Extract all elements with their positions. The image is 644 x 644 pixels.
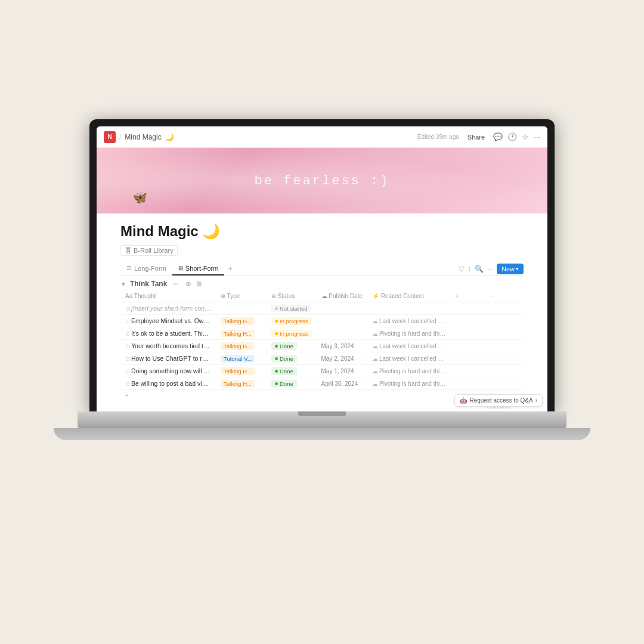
table-row[interactable]: ⊙Employee Mindset vs. Owners MindsetTalk… bbox=[120, 315, 524, 327]
group-header: ▼ Think Tank ··· ⊕ ⊞ bbox=[120, 276, 524, 290]
th-related: ⚡ Related Content bbox=[367, 290, 451, 302]
cell-thought: ⊙How to Use ChatGPT to read contracts bbox=[120, 352, 216, 365]
star-icon[interactable]: ☆ bbox=[522, 132, 529, 141]
cell-publish-date bbox=[317, 302, 367, 315]
status-badge: Done bbox=[271, 367, 297, 375]
cell-status: In progress bbox=[267, 315, 317, 327]
filter-icon[interactable]: ▽ bbox=[459, 265, 464, 273]
cell-empty2 bbox=[485, 352, 524, 365]
type-tag: Tutorial V... bbox=[221, 355, 255, 363]
cell-publish-date: May 2, 2024 bbox=[317, 352, 367, 365]
cell-thought: ⊙Doing something now will require double bbox=[120, 365, 216, 377]
status-badge: Done bbox=[271, 355, 297, 363]
edited-meta: Edited 39m ago bbox=[417, 134, 459, 140]
add-row-icon: + bbox=[125, 392, 129, 399]
status-dot bbox=[275, 332, 278, 335]
th-type: ⊕ Type bbox=[216, 290, 267, 302]
cell-empty1 bbox=[451, 352, 485, 365]
cell-type: Talking H... bbox=[216, 327, 267, 340]
group-dots[interactable]: ··· bbox=[173, 281, 178, 287]
table-row[interactable]: ⊙It's ok to be a student. ThingsOPEN INT… bbox=[120, 327, 524, 340]
notion-topbar: N / Mind Magic 🌙 Edited 39m ago Share 💬 … bbox=[97, 126, 547, 148]
cell-related-content: ☁Last week I cancelled $200... bbox=[367, 352, 451, 365]
short-form-tab-label: Short-Form bbox=[185, 265, 219, 272]
th-add-col[interactable]: + bbox=[451, 290, 485, 302]
cell-thought: ⊙Your worth becomes tied to your views w… bbox=[120, 340, 216, 352]
cell-empty1 bbox=[451, 315, 485, 327]
laptop-bezel: N / Mind Magic 🌙 Edited 39m ago Share 💬 … bbox=[89, 119, 555, 411]
cell-publish-date: May 3, 2024 bbox=[317, 340, 367, 352]
cell-thought: ⊙[Insert your short-form content idea he… bbox=[120, 302, 216, 315]
group-toggle[interactable]: ▼ bbox=[120, 281, 126, 287]
database-table: Aa Thought ⊕ Type ⊕ Status ☁ Publish Dat… bbox=[120, 290, 524, 390]
type-tag: Talking H... bbox=[221, 380, 255, 388]
db-link-label: B-Roll Library bbox=[134, 247, 174, 254]
cell-type bbox=[216, 302, 267, 315]
table-row[interactable]: ⊙[Insert your short-form content idea he… bbox=[120, 302, 524, 315]
row-icon: ⊙ bbox=[125, 343, 130, 349]
notion-page: Mind Magic 🌙 🗄 B-Roll Library ☰ Long-For… bbox=[97, 213, 547, 411]
row-icon: ⊙ bbox=[125, 355, 130, 362]
table-row[interactable]: ⊙Doing something now will require double… bbox=[120, 365, 524, 377]
cell-empty2 bbox=[485, 365, 524, 377]
banner-butterfly: 🦋 bbox=[132, 190, 147, 205]
breadcrumb-page-title[interactable]: Mind Magic bbox=[125, 133, 161, 141]
cell-empty1 bbox=[451, 377, 485, 390]
row-icon: ⊙ bbox=[125, 380, 130, 387]
request-access-button[interactable]: 🤖 Request access to Q&A › bbox=[454, 394, 543, 407]
page-emoji: 🌙 bbox=[165, 133, 174, 141]
cell-related-content: ☁Pivoting is hard and this is h... bbox=[367, 377, 451, 390]
breadcrumb-separator: / bbox=[119, 133, 121, 141]
row-icon: ⊙ bbox=[125, 330, 130, 337]
cell-related-content bbox=[367, 302, 451, 315]
new-button[interactable]: New ▾ bbox=[497, 264, 524, 274]
sort-icon[interactable]: ↕ bbox=[467, 265, 471, 273]
tabs-more-icon[interactable]: ··· bbox=[487, 265, 493, 273]
tab-long-form[interactable]: ☰ Long-Form bbox=[120, 262, 172, 275]
th-thought: Aa Thought bbox=[120, 290, 216, 302]
new-label: New bbox=[501, 265, 515, 273]
topbar-right: Edited 39m ago Share 💬 🕐 ☆ ··· bbox=[417, 132, 540, 142]
share-button[interactable]: Share bbox=[464, 132, 488, 142]
db-link[interactable]: 🗄 B-Roll Library bbox=[120, 245, 178, 256]
cell-publish-date: April 30, 2024 bbox=[317, 377, 367, 390]
request-access-arrow: › bbox=[535, 397, 537, 404]
status-badge: In progress bbox=[271, 317, 312, 325]
type-tag: Talking H... bbox=[221, 367, 255, 375]
cell-empty1 bbox=[451, 340, 485, 352]
more-icon[interactable]: ··· bbox=[534, 132, 540, 141]
laptop-wrapper: N / Mind Magic 🌙 Edited 39m ago Share 💬 … bbox=[78, 119, 566, 489]
group-add-icon[interactable]: ⊕ bbox=[185, 280, 191, 288]
history-icon[interactable]: 🕐 bbox=[507, 132, 517, 141]
type-tag: Talking H... bbox=[221, 330, 255, 338]
cell-empty2 bbox=[485, 340, 524, 352]
cell-related-content: ☁Pivoting is hard and this is h... bbox=[367, 365, 451, 377]
laptop-bottom bbox=[54, 428, 590, 440]
cell-type: Talking H... bbox=[216, 315, 267, 327]
status-badge: Done bbox=[271, 380, 297, 388]
cell-status: Not started bbox=[267, 302, 317, 315]
type-tag: Talking H... bbox=[221, 317, 255, 325]
cell-empty1 bbox=[451, 327, 485, 340]
cell-publish-date: May 1, 2024 bbox=[317, 365, 367, 377]
comment-icon[interactable]: 💬 bbox=[493, 132, 503, 141]
open-badge[interactable]: OPEN IN bbox=[214, 331, 216, 338]
short-form-tab-icon: ⊞ bbox=[178, 265, 183, 271]
cell-empty1 bbox=[451, 365, 485, 377]
row-icon: ⊙ bbox=[125, 368, 130, 374]
add-tab-button[interactable]: + bbox=[224, 262, 236, 275]
new-arrow-icon: ▾ bbox=[516, 266, 519, 272]
cell-type: Talking H... bbox=[216, 340, 267, 352]
table-row[interactable]: ⊙Your worth becomes tied to your views w… bbox=[120, 340, 524, 352]
table-row[interactable]: ⊙How to Use ChatGPT to read contractsTut… bbox=[120, 352, 524, 365]
status-badge: Done bbox=[271, 342, 297, 350]
search-icon[interactable]: 🔍 bbox=[475, 265, 484, 273]
table-row[interactable]: ⊙Be willing to post a bad video and to h… bbox=[120, 377, 524, 390]
status-dot bbox=[275, 345, 278, 348]
laptop-base bbox=[78, 411, 566, 428]
group-add2-icon[interactable]: ⊞ bbox=[196, 280, 202, 288]
request-access-label: Request access to Q&A bbox=[469, 397, 532, 404]
notion-logo: N bbox=[104, 131, 116, 143]
tab-short-form[interactable]: ⊞ Short-Form bbox=[172, 262, 225, 275]
cell-publish-date bbox=[317, 327, 367, 340]
